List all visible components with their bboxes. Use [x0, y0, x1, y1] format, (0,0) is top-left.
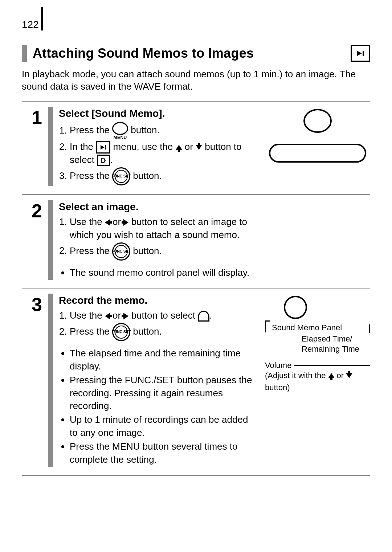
func-set-button-icon: FUNC SET: [112, 167, 130, 185]
step-accent-bar: [48, 107, 53, 187]
intro-text: In playback mode, you can attach sound m…: [22, 68, 370, 93]
right-arrow-icon: [123, 313, 128, 319]
up-arrow-icon: [176, 145, 182, 150]
step-text: Record the memo. Use the or button to se…: [59, 294, 258, 467]
sound-memo-icon: [97, 155, 110, 166]
right-arrow-icon: [123, 219, 128, 226]
step-bullets: The elapsed time and the remaining time …: [59, 347, 258, 466]
panel-label: Sound Memo Panel: [272, 323, 342, 333]
step-side-graphics: [265, 107, 370, 187]
record-icon: [198, 311, 209, 322]
panel-circle-icon: [284, 296, 307, 319]
substep: Use the or button to select .: [70, 309, 258, 322]
func-set-button-icon: FUNC SET: [112, 242, 130, 261]
substep: Press the FUNC SET button.: [70, 242, 258, 261]
step-2: 2 Select an image. Use the or button to …: [22, 195, 370, 289]
title-accent-bar: [22, 45, 27, 62]
step-accent-bar: [48, 200, 53, 280]
left-arrow-icon: [105, 219, 110, 226]
page-number: 122: [22, 19, 39, 30]
down-arrow-icon: [346, 373, 352, 378]
svg-marker-0: [357, 51, 362, 56]
bracket-icon: [265, 320, 270, 332]
step-heading: Select [Sound Memo].: [59, 107, 258, 121]
step-number: 1: [22, 107, 42, 187]
step-accent-bar: [48, 294, 53, 467]
step-bullets: The sound memo control panel will displa…: [59, 266, 258, 279]
bullet: Up to 1 minute of recordings can be adde…: [70, 413, 258, 439]
svg-rect-3: [105, 145, 106, 150]
step-text: Select an image. Use the or button to se…: [59, 200, 258, 280]
substeps: Press the MENU button. In the menu, use …: [59, 122, 258, 185]
sound-memo-panel-diagram: Sound Memo Panel Elapsed Time/ Remaining…: [265, 296, 370, 393]
manual-page: 122 Attaching Sound Memos to Images In p…: [0, 0, 392, 498]
volume-adjust-note: (Adjust it with the or button): [265, 371, 370, 393]
screen-placeholder-circle: [303, 109, 332, 133]
page-number-block: 122: [22, 7, 370, 30]
down-arrow-icon: [196, 145, 202, 150]
step-number: 3: [22, 294, 42, 467]
steps-list: 1 Select [Sound Memo]. Press the MENU bu…: [22, 101, 370, 476]
menu-button-icon: MENU: [112, 122, 128, 140]
playback-mode-icon: [351, 45, 370, 62]
step-3: 3 Record the memo. Use the or button to …: [22, 289, 370, 475]
callout-line: [369, 324, 370, 333]
substeps: Use the or button to select . Press the …: [59, 309, 258, 341]
step-text: Select [Sound Memo]. Press the MENU butt…: [59, 107, 258, 187]
title-row: Attaching Sound Memos to Images: [22, 45, 370, 62]
elapsed-time-label: Elapsed Time/ Remaining Time: [302, 334, 359, 354]
substep: Press the FUNC SET button.: [70, 167, 258, 185]
page-title: Attaching Sound Memos to Images: [33, 46, 345, 61]
up-arrow-icon: [328, 373, 335, 378]
substep: Press the MENU button.: [70, 122, 258, 140]
substep: Press the FUNC SET button.: [70, 323, 258, 341]
page-number-bar: [41, 7, 43, 30]
substeps: Use the or button to select an image to …: [59, 216, 258, 261]
bullet: Pressing the FUNC./SET button pauses the…: [70, 374, 258, 413]
playback-menu-icon: [96, 141, 110, 154]
callout-line: [294, 365, 370, 366]
step-heading: Select an image.: [59, 200, 258, 214]
svg-rect-4: [101, 158, 104, 163]
step-side-diagram: Sound Memo Panel Elapsed Time/ Remaining…: [265, 294, 370, 467]
screen-placeholder-pill: [269, 144, 366, 163]
bullet: Press the MENU button several times to c…: [70, 440, 258, 466]
func-set-button-icon: FUNC SET: [112, 323, 130, 341]
step-number: 2: [22, 200, 42, 280]
bullet: The elapsed time and the remaining time …: [70, 347, 258, 373]
substep: Use the or button to select an image to …: [70, 216, 258, 242]
bullet: The sound memo control panel will displa…: [70, 266, 258, 279]
volume-label: Volume: [265, 360, 291, 371]
svg-rect-1: [363, 51, 364, 56]
step-side-graphics: [265, 200, 370, 280]
svg-marker-2: [101, 145, 105, 150]
step-heading: Record the memo.: [59, 294, 258, 308]
step-1: 1 Select [Sound Memo]. Press the MENU bu…: [22, 102, 370, 195]
substep: In the menu, use the or button to select…: [70, 140, 258, 167]
left-arrow-icon: [105, 313, 110, 319]
